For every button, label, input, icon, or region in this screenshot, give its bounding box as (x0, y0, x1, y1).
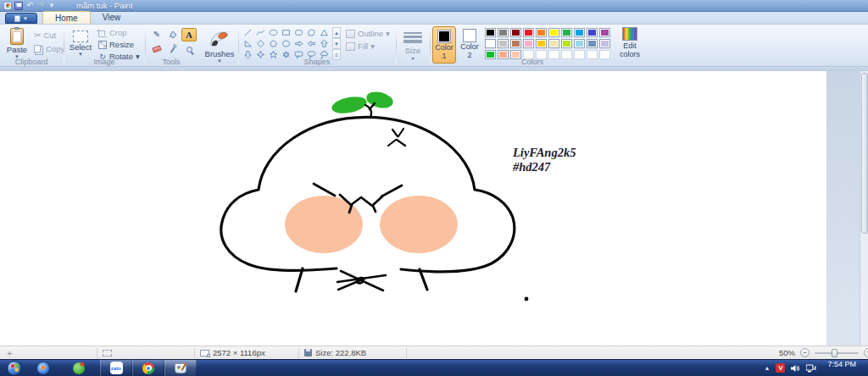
outline-button[interactable]: Outline ▾ (346, 29, 390, 38)
zoom-slider-thumb[interactable] (832, 349, 837, 357)
network-icon[interactable] (806, 364, 816, 373)
palette-swatch[interactable] (561, 28, 572, 37)
palette-swatch[interactable] (523, 39, 534, 48)
group-label-colors: Colors (465, 58, 600, 66)
shape-line[interactable] (242, 27, 254, 38)
undo-icon[interactable]: ↶ (25, 2, 34, 10)
taskbar-clock[interactable]: 7:54 PM (822, 360, 861, 376)
shape-triangle[interactable] (318, 27, 331, 38)
vertical-scrollbar-thumb[interactable] (861, 73, 868, 234)
zoom-out-button[interactable]: − (800, 348, 810, 357)
color-picker-tool[interactable] (165, 42, 181, 56)
palette-swatch[interactable] (523, 28, 534, 37)
zoom-slider[interactable] (815, 352, 859, 354)
disk-icon (304, 349, 312, 357)
taskbar-item-windows-media-player[interactable] (31, 360, 56, 376)
zoom-in-button[interactable]: + (864, 348, 868, 357)
palette-swatch-empty[interactable] (599, 50, 610, 59)
shape-diamond[interactable] (254, 38, 267, 49)
tab-view[interactable]: View (91, 11, 133, 24)
select-label: Select (70, 42, 92, 52)
pencil-tool[interactable]: ✎ (149, 28, 164, 41)
palette-swatch[interactable] (574, 28, 585, 37)
shape-right-triangle[interactable] (242, 38, 254, 49)
unikey-icon[interactable]: V (776, 363, 785, 373)
coccoc-browser-icon (73, 362, 85, 374)
palette-swatch[interactable] (510, 28, 521, 37)
edit-colors-button[interactable]: Edit colors (616, 27, 643, 59)
palette-swatch[interactable] (536, 39, 547, 48)
palette-swatch[interactable] (536, 28, 547, 37)
show-hidden-icons-arrow[interactable]: ▲ (765, 365, 771, 371)
speaker-icon[interactable] (791, 364, 800, 373)
paste-button[interactable]: Paste ▼ (3, 26, 31, 62)
palette-swatch[interactable] (485, 28, 496, 37)
shape-up-arrow[interactable] (318, 38, 331, 49)
drawing-canvas[interactable]: LiyFAng2k5 #hd247 (0, 71, 826, 346)
size-button[interactable]: Size ▾ (400, 26, 426, 62)
taskbar: zalo ▲ V 7:54 PM (0, 359, 868, 376)
select-button[interactable]: Select ▼ (66, 26, 95, 62)
eraser-icon (152, 45, 161, 53)
shapes-grid (242, 27, 331, 60)
resize-button[interactable]: ⤡ Resize (98, 39, 134, 50)
shapes-scroll-up-icon[interactable]: ▲ (332, 27, 341, 38)
magnifier-icon (186, 47, 192, 53)
application-menu-button[interactable]: ▼ (5, 13, 37, 24)
palette-swatch[interactable] (574, 39, 585, 48)
shape-right-arrow[interactable] (292, 38, 305, 49)
start-button[interactable] (7, 361, 22, 376)
fill-tool[interactable] (165, 28, 181, 41)
color1-swatch (437, 30, 451, 43)
anger-mark-icon (388, 129, 405, 146)
workspace: LiyFAng2k5 #hd247 (0, 71, 868, 346)
shape-rectangle[interactable] (280, 27, 292, 38)
palette-swatch[interactable] (599, 39, 610, 48)
eraser-tool[interactable] (149, 42, 164, 56)
quick-access-dropdown-icon[interactable]: ▾ (47, 2, 56, 10)
file-size-segment: Size: 222.8KB (299, 346, 406, 360)
cursor-position-icon: ＋ (5, 347, 14, 359)
eyedropper-icon (170, 46, 176, 53)
shape-left-arrow[interactable] (305, 38, 318, 49)
redo-icon[interactable]: ↷ (36, 2, 45, 10)
shape-pentagon[interactable] (267, 38, 280, 49)
shape-rounded-rectangle[interactable] (292, 27, 305, 38)
chevron-down-icon: ▾ (411, 55, 414, 61)
palette-swatch[interactable] (498, 28, 509, 37)
shape-polygon[interactable] (305, 27, 318, 38)
sprout (331, 89, 395, 117)
copy-button[interactable]: Copy (34, 43, 64, 54)
paint-app-icon[interactable] (3, 2, 12, 10)
cut-button[interactable]: ✂ Cut (34, 30, 56, 41)
brushes-button[interactable]: Brushes ▼ (203, 26, 236, 62)
palette-swatch[interactable] (587, 39, 598, 48)
palette-swatch[interactable] (561, 39, 572, 48)
palette-swatch[interactable] (587, 28, 598, 37)
palette-swatch[interactable] (599, 28, 610, 37)
palette-swatch[interactable] (510, 39, 521, 48)
taskbar-item-zalo[interactable]: zalo (100, 360, 132, 376)
chevron-down-icon: ▼ (78, 52, 83, 57)
shape-oval[interactable] (267, 27, 280, 38)
save-icon[interactable] (14, 2, 23, 10)
crop-button[interactable]: Crop (98, 27, 127, 38)
shapes-scroll-down-icon[interactable]: ▼ (332, 38, 341, 49)
tab-home[interactable]: Home (42, 11, 91, 24)
magnifier-tool[interactable] (181, 42, 197, 56)
palette-swatch[interactable] (548, 39, 559, 48)
taskbar-item-coccoc[interactable] (66, 360, 92, 376)
taskbar-item-chrome[interactable] (132, 360, 164, 376)
palette-swatch[interactable] (498, 39, 509, 48)
vertical-scrollbar[interactable] (860, 71, 868, 346)
palette-swatch[interactable] (548, 28, 559, 37)
fill-button[interactable]: Fill ▾ (346, 41, 390, 51)
color1-button[interactable]: Color 1 (432, 26, 456, 64)
text-tool[interactable]: A (181, 28, 197, 41)
shape-curve[interactable] (254, 27, 267, 38)
group-shapes: ▲ ▼ ≡ Outline ▾ Fill ▾ Shapes (239, 25, 395, 67)
palette-swatch[interactable] (485, 39, 496, 48)
shape-hexagon[interactable] (280, 38, 292, 49)
taskbar-item-paint[interactable] (164, 360, 197, 376)
window-title: mầm tuk - Paint (76, 1, 133, 10)
